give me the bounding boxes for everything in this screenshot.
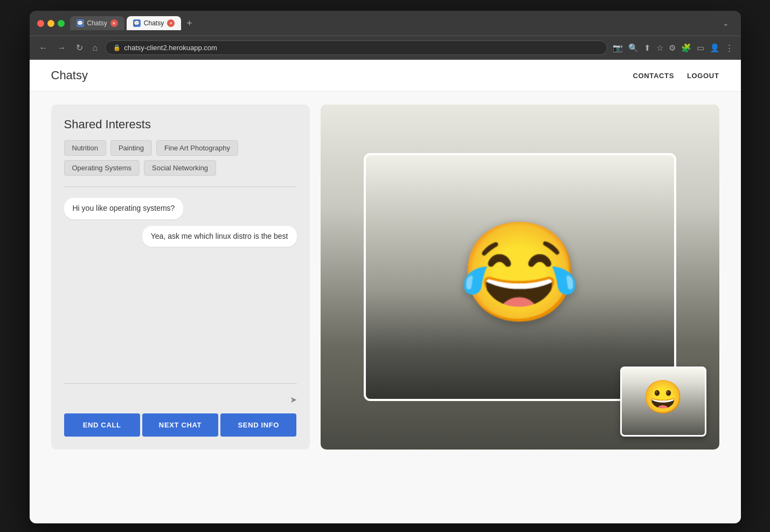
- tab-2[interactable]: 💬 Chatsy ✕: [127, 16, 181, 30]
- tab-2-label: Chatsy: [144, 19, 164, 27]
- lock-icon: 🔒: [113, 44, 121, 51]
- reload-button[interactable]: ↻: [74, 42, 85, 54]
- extensions-icon[interactable]: 🧩: [681, 43, 691, 53]
- chat-input-row: ➤: [64, 390, 297, 409]
- page-content: Chatsy CONTACTS LOGOUT Shared Interests …: [30, 60, 741, 523]
- tag-social-networking: Social Networking: [144, 160, 216, 176]
- chat-messages: Hi you like operating systems? Yea, ask …: [64, 198, 297, 375]
- pip-video: 😀: [620, 367, 706, 437]
- app-header: Chatsy CONTACTS LOGOUT: [30, 60, 741, 92]
- tag-painting: Painting: [110, 140, 152, 156]
- chat-input-area: ➤: [64, 383, 297, 409]
- forward-button[interactable]: →: [56, 42, 68, 54]
- url-display: chatsy-client2.herokuapp.com: [124, 44, 217, 52]
- browser-titlebar: 💬 Chatsy ✕ 💬 Chatsy ✕ + ⌄: [30, 11, 741, 36]
- tab-1-close[interactable]: ✕: [110, 19, 118, 27]
- message-bubble-2: Yea, ask me which linux distro is the be…: [142, 226, 297, 247]
- minimize-button[interactable]: [47, 20, 54, 27]
- home-button[interactable]: ⌂: [91, 42, 100, 54]
- send-icon[interactable]: ➤: [290, 395, 297, 405]
- search-icon[interactable]: 🔍: [628, 43, 639, 53]
- traffic-lights: [37, 20, 65, 27]
- tab-1[interactable]: 💬 Chatsy ✕: [70, 16, 124, 30]
- contacts-link[interactable]: CONTACTS: [633, 72, 674, 80]
- shared-interests-title: Shared Interests: [64, 118, 297, 132]
- message-bubble-1: Hi you like operating systems?: [64, 198, 184, 219]
- next-chat-button[interactable]: NEXT CHAT: [142, 413, 218, 437]
- message-left-1: Hi you like operating systems?: [64, 198, 297, 219]
- message-right-1: Yea, ask me which linux distro is the be…: [64, 226, 297, 247]
- tab-1-label: Chatsy: [87, 19, 107, 27]
- address-box[interactable]: 🔒 chatsy-client2.herokuapp.com: [105, 40, 607, 55]
- browser-window: 💬 Chatsy ✕ 💬 Chatsy ✕ + ⌄ ← → ↻ ⌂ 🔒 chat…: [30, 11, 741, 523]
- logout-link[interactable]: LOGOUT: [687, 72, 719, 80]
- bookmark-icon[interactable]: ☆: [656, 43, 663, 53]
- interests-tags: Nutrition Painting Fine Art Photography …: [64, 140, 297, 176]
- maximize-button[interactable]: [58, 20, 65, 27]
- pip-emoji: 😀: [643, 378, 683, 416]
- sidebar-icon[interactable]: ▭: [697, 43, 704, 53]
- toolbar-icons: 📷 🔍 ⬆ ☆ ⚙ 🧩 ▭ 👤 ⋮: [613, 43, 733, 53]
- browser-addressbar: ← → ↻ ⌂ 🔒 chatsy-client2.herokuapp.com 📷…: [30, 36, 741, 60]
- back-button[interactable]: ←: [37, 42, 50, 54]
- main-emoji: 😂: [459, 224, 580, 321]
- app-logo: Chatsy: [51, 68, 88, 82]
- share-icon[interactable]: ⬆: [644, 43, 651, 53]
- tab-1-favicon: 💬: [77, 19, 84, 27]
- tag-fine-art-photography: Fine Art Photography: [156, 140, 238, 156]
- camera-icon[interactable]: 📷: [613, 43, 623, 53]
- settings-icon[interactable]: ⚙: [669, 43, 676, 53]
- right-panel: 😂 😀: [321, 105, 719, 450]
- close-button[interactable]: [37, 20, 44, 27]
- send-info-button[interactable]: SEND INFO: [220, 413, 296, 437]
- main-layout: Shared Interests Nutrition Painting Fine…: [30, 92, 741, 462]
- tag-nutrition: Nutrition: [64, 140, 106, 156]
- menu-icon[interactable]: ⋮: [725, 43, 733, 53]
- tag-operating-systems: Operating Systems: [64, 160, 140, 176]
- action-buttons: END CALL NEXT CHAT SEND INFO: [64, 413, 297, 437]
- tabs-bar: 💬 Chatsy ✕ 💬 Chatsy ✕ + ⌄: [70, 16, 733, 30]
- divider: [64, 186, 297, 187]
- left-panel: Shared Interests Nutrition Painting Fine…: [51, 105, 310, 450]
- add-tab-button[interactable]: +: [183, 18, 196, 29]
- tab-overflow[interactable]: ⌄: [718, 19, 733, 27]
- profile-icon[interactable]: 👤: [710, 43, 720, 53]
- tab-2-favicon: 💬: [133, 19, 141, 27]
- tab-2-close[interactable]: ✕: [167, 19, 175, 27]
- header-nav: CONTACTS LOGOUT: [633, 72, 719, 80]
- end-call-button[interactable]: END CALL: [64, 413, 140, 437]
